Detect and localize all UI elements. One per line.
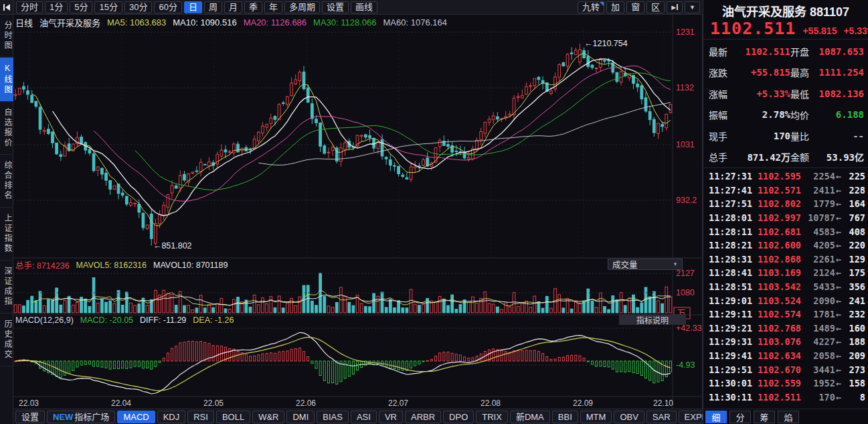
period-button-季[interactable]: 季	[244, 1, 262, 13]
ma-legend-item-2: MA20: 1126.686	[244, 17, 307, 27]
sidebar-item-综合排名[interactable]: 综合排名	[0, 155, 13, 208]
indicator-button-BBI[interactable]: BBI	[552, 411, 578, 423]
indicator-button-新DMA[interactable]: 新DMA	[510, 411, 550, 423]
indicator-button-KDJ[interactable]: KDJ	[157, 411, 186, 423]
tool-button-窗[interactable]: 窗	[626, 1, 644, 13]
quote-info-row-5: 总手871.42万金额53.93亿	[709, 147, 864, 168]
toolbar-dropdown-button[interactable]: ▼	[685, 1, 700, 13]
quote-tab-细[interactable]: 细	[705, 411, 727, 423]
sidebar-item-自选报价[interactable]: 自选报价	[0, 102, 13, 155]
indicator-button-ARBR[interactable]: ARBR	[405, 411, 441, 423]
period-button-周[interactable]: 周	[204, 1, 222, 13]
indicator-button-MACD[interactable]: MACD	[117, 411, 155, 423]
svg-text:2127: 2127	[676, 269, 695, 278]
quote-value-最低: 1082.136	[814, 88, 864, 99]
kline-chart-canvas[interactable]: 22.0322.0422.0522.0622.0722.0822.0922.10…	[13, 15, 703, 409]
period-button-多周期[interactable]: 多周期	[284, 1, 320, 13]
trade-direction-arrow-icon: ←	[836, 323, 841, 334]
trade-volume: 10787←	[801, 212, 841, 223]
trade-direction-arrow-icon: ←	[836, 281, 841, 292]
indicator-button-DPO[interactable]: DPO	[443, 411, 474, 423]
trade-direction-arrow-icon: ←	[836, 295, 841, 306]
plaza-label: 指标广场	[74, 412, 109, 422]
svg-text:22.04: 22.04	[111, 399, 131, 408]
tool-button-加[interactable]: 加	[606, 1, 624, 13]
tool-button-区[interactable]: 区	[646, 1, 665, 13]
trade-row: 11:29:311103.0764227←188	[709, 335, 865, 349]
indicator-toolbar: 设置 NEW指标广场 MACDKDJRSIBOLLW&RDMIBIASASIVR…	[13, 409, 703, 424]
sidebar-item-K线图[interactable]: K线图	[0, 58, 13, 102]
quote-tab-焰[interactable]: 焰	[778, 411, 799, 423]
trade-count: 273	[841, 364, 865, 375]
indicator-plaza-button[interactable]: NEW指标广场	[47, 411, 115, 423]
price-change-pct: +5.33%	[843, 25, 868, 36]
sidebar-item-分时图[interactable]: 分时图	[0, 15, 13, 58]
indicator-button-DMI[interactable]: DMI	[286, 411, 315, 423]
trade-volume: 4583←	[801, 226, 841, 237]
period-button-月[interactable]: 月	[224, 1, 242, 13]
indicator-button-TRIX[interactable]: TRIX	[476, 411, 508, 423]
trade-direction-arrow-icon: ←	[836, 212, 841, 223]
sidebar-item-历史成交[interactable]: 历史成交	[0, 313, 13, 366]
quote-info-row-4: 现手170量比--	[709, 125, 864, 147]
volume-dropdown-label: 成交量	[612, 258, 638, 271]
indicator-button-OBV[interactable]: OBV	[614, 411, 644, 423]
quote-label-涨幅: 涨幅	[709, 87, 733, 100]
period-button-年[interactable]: 年	[264, 1, 282, 13]
period-button-15分[interactable]: 15分	[94, 1, 122, 13]
trade-direction-arrow-icon: ←	[836, 350, 841, 361]
trade-price: 1102.574	[752, 309, 801, 320]
indicator-button-BOLL[interactable]: BOLL	[216, 411, 250, 423]
quote-value-量比: --	[814, 131, 864, 141]
svg-text:←1210.754: ←1210.754	[584, 39, 628, 48]
tool-button-九转[interactable]: 九转	[578, 1, 604, 13]
indicator-button-W&R[interactable]: W&R	[252, 411, 284, 423]
period-button-分时[interactable]: 分时	[16, 1, 43, 13]
indicator-button-MTM[interactable]: MTM	[580, 411, 612, 423]
period-button-5分[interactable]: 5分	[70, 1, 92, 13]
trade-count: 164	[841, 198, 865, 209]
trade-direction-arrow-icon: ←	[836, 364, 841, 375]
collapse-sidebar-button[interactable]	[0, 0, 13, 15]
trade-direction-arrow-icon: ←	[836, 171, 841, 182]
trade-direction-arrow-icon: ←	[836, 336, 841, 347]
trade-price: 1102.559	[752, 378, 801, 388]
indicator-help-button[interactable]: 指标说明	[619, 314, 686, 325]
quote-tab-筹[interactable]: 筹	[754, 411, 775, 423]
trade-row: 11:30:011102.5591952←158	[709, 376, 865, 391]
quote-panel-tabs: 细分筹焰	[703, 409, 868, 424]
stock-trading-app: 分时1分5分15分30分60分日周月季年多周期设置画线 九转加窗区 ▶ ▼ 分时…	[0, 0, 868, 424]
volume-indicator-dropdown[interactable]: 成交量 ▼	[608, 259, 683, 270]
indicator-button-VR[interactable]: VR	[379, 411, 403, 423]
trade-row: 11:27:511102.8021779←164	[709, 197, 865, 211]
indicator-button-SAR[interactable]: SAR	[646, 411, 677, 423]
chevron-down-icon: ▼	[689, 2, 695, 13]
quote-tab-分[interactable]: 分	[729, 411, 751, 423]
period-button-30分[interactable]: 30分	[124, 1, 152, 13]
quote-info-row-0: 最新1102.511开盘1087.653	[709, 41, 864, 62]
indicator-button-BIAS[interactable]: BIAS	[317, 411, 349, 423]
sidebar-item-深证成指[interactable]: 深证成指	[0, 261, 13, 313]
period-button-设置[interactable]: 设置	[322, 1, 349, 13]
trade-time: 11:27:31	[709, 171, 752, 182]
collapse-icon	[3, 4, 5, 11]
period-button-日[interactable]: 日	[184, 1, 202, 13]
period-button-1分[interactable]: 1分	[45, 1, 68, 13]
indicator-settings-button[interactable]: 设置	[15, 411, 45, 423]
svg-text:1231: 1231	[676, 27, 695, 37]
quote-panel: 油气开采及服务 881107 1102.511 +55.815 +5.33% 最…	[703, 0, 868, 424]
trade-price: 1102.595	[752, 171, 801, 182]
period-button-画线[interactable]: 画线	[351, 1, 377, 13]
ma-legend: MA5: 1063.683MA10: 1090.516MA20: 1126.68…	[107, 17, 447, 27]
quote-label-最新: 最新	[709, 45, 733, 58]
tick-trade-list[interactable]: 11:27:311102.5952254←22511:27:411102.571…	[703, 168, 868, 404]
macd-legend-item-0: MACD(12,26,9)	[15, 315, 74, 325]
indicator-button-RSI[interactable]: RSI	[187, 411, 214, 423]
collapse-arrow-icon	[5, 4, 10, 11]
period-button-60分[interactable]: 60分	[154, 1, 181, 13]
arrow-bar-icon	[677, 4, 678, 10]
indicator-button-ASI[interactable]: ASI	[351, 411, 377, 423]
svg-text:22.10: 22.10	[653, 399, 673, 408]
sidebar-item-上证指数[interactable]: 上证指数	[0, 208, 13, 261]
pop-out-button[interactable]: ▶	[667, 1, 683, 13]
